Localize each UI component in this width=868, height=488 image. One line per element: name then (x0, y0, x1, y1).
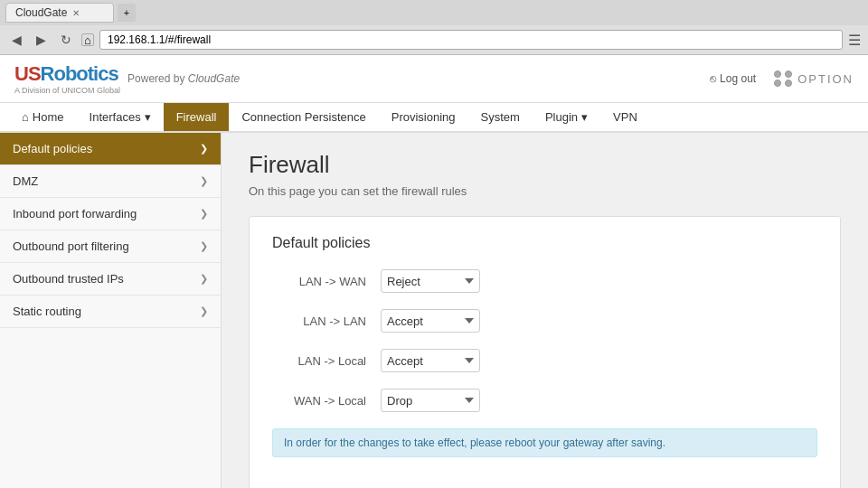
powered-by-text: Powered by CloudGate (127, 72, 240, 85)
nav-provisioning-label: Provisioning (392, 110, 456, 124)
refresh-button[interactable]: ↻ (56, 31, 76, 49)
logo-area: USRobotics A Division of UNICOM Global (14, 62, 120, 95)
sidebar-arrow-2: ❯ (200, 208, 208, 220)
browser-titlebar: CloudGate ✕ + (0, 0, 868, 25)
browser-tab[interactable]: CloudGate ✕ (5, 3, 114, 23)
sidebar-static-routing-label: Static routing (13, 305, 81, 318)
tab-close-icon[interactable]: ✕ (72, 8, 80, 18)
label-wan-local: WAN -> Local (272, 394, 381, 408)
nav-interfaces-label: Interfaces (90, 110, 141, 124)
form-row-lan-wan: LAN -> WAN Accept Reject Drop (272, 269, 817, 293)
main-area: Default policies ❯ DMZ ❯ Inbound port fo… (0, 133, 868, 488)
dot-3 (774, 80, 781, 87)
form-row-lan-lan: LAN -> LAN Accept Reject Drop (272, 309, 817, 333)
sidebar-outbound-filtering-label: Outbound port filtering (13, 239, 129, 253)
sidebar-item-default-policies[interactable]: Default policies ❯ (0, 133, 221, 165)
logout-icon: ⎋ (710, 72, 716, 85)
sidebar-arrow-3: ❯ (200, 240, 208, 252)
option-label: OPTION (797, 72, 854, 86)
label-lan-lan: LAN -> LAN (272, 314, 381, 328)
info-message: In order for the changes to take effect,… (272, 428, 817, 457)
sidebar-default-policies-label: Default policies (13, 142, 92, 155)
address-bar[interactable] (99, 30, 843, 50)
home-nav-icon[interactable]: ⌂ (81, 33, 94, 46)
home-icon: ⌂ (22, 110, 29, 124)
tab-title: CloudGate (15, 6, 67, 19)
option-dots (774, 70, 792, 87)
form-row-wan-local: WAN -> Local Accept Reject Drop (272, 389, 817, 412)
new-tab-button[interactable]: + (118, 4, 136, 22)
sidebar-dmz-label: DMZ (13, 174, 38, 188)
select-lan-wan[interactable]: Accept Reject Drop (381, 269, 480, 293)
sidebar-arrow-5: ❯ (200, 305, 208, 317)
nav-item-connection-persistence[interactable]: Connection Persistence (229, 103, 378, 131)
nav-item-firewall[interactable]: Firewall (164, 103, 230, 131)
label-lan-local: LAN -> Local (272, 354, 381, 368)
dot-1 (774, 70, 781, 78)
logo-text: USRobotics (14, 62, 120, 86)
menu-button[interactable]: ☰ (848, 32, 861, 49)
sidebar-arrow-0: ❯ (200, 143, 208, 155)
nav-item-provisioning[interactable]: Provisioning (379, 103, 468, 131)
label-lan-wan: LAN -> WAN (272, 275, 381, 288)
forward-button[interactable]: ▶ (32, 31, 51, 49)
select-lan-lan[interactable]: Accept Reject Drop (381, 309, 480, 333)
nav-item-interfaces[interactable]: Interfaces ▾ (77, 103, 164, 131)
nav-item-system[interactable]: System (468, 103, 533, 131)
dot-4 (785, 80, 792, 87)
panel-title-default-policies: Default policies (272, 235, 817, 251)
sidebar-arrow-1: ❯ (200, 175, 208, 187)
option-area: OPTION (774, 70, 854, 87)
sidebar-item-outbound-port-filtering[interactable]: Outbound port filtering ❯ (0, 230, 221, 263)
sidebar-inbound-label: Inbound port forwarding (13, 207, 137, 221)
browser-nav-bar: ◀ ▶ ↻ ⌂ ☰ (0, 25, 868, 54)
sidebar-item-dmz[interactable]: DMZ ❯ (0, 165, 221, 198)
dot-2 (785, 70, 792, 78)
page-wrapper: USRobotics A Division of UNICOM Global P… (0, 55, 868, 488)
page-subtitle: On this page you can set the firewall ru… (249, 184, 841, 198)
sidebar-item-outbound-trusted-ips[interactable]: Outbound trusted IPs ❯ (0, 263, 221, 296)
nav-vpn-label: VPN (613, 110, 637, 124)
nav-plugin-label: Plugin (545, 110, 578, 124)
back-button[interactable]: ◀ (7, 31, 26, 49)
nav-item-plugin[interactable]: Plugin ▾ (533, 103, 600, 131)
sidebar-item-static-routing[interactable]: Static routing ❯ (0, 296, 221, 328)
logout-label: Log out (720, 72, 756, 85)
sidebar-arrow-4: ❯ (200, 273, 208, 285)
sidebar: Default policies ❯ DMZ ❯ Inbound port fo… (0, 133, 222, 488)
nav-system-label: System (481, 110, 520, 124)
form-row-lan-local: LAN -> Local Accept Reject Drop (272, 349, 817, 372)
nav-home-label: Home (33, 110, 64, 124)
interfaces-dropdown-icon: ▾ (145, 110, 151, 124)
nav-bar: ⌂ Home Interfaces ▾ Firewall Connection … (0, 103, 868, 133)
nav-item-home[interactable]: ⌂ Home (9, 103, 77, 131)
nav-item-vpn[interactable]: VPN (600, 103, 650, 131)
plugin-dropdown-icon: ▾ (581, 110, 588, 124)
sidebar-trusted-ips-label: Outbound trusted IPs (13, 272, 124, 286)
top-header: USRobotics A Division of UNICOM Global P… (0, 55, 868, 103)
page-title: Firewall (249, 151, 841, 179)
logo-sub: A Division of UNICOM Global (14, 86, 120, 95)
sidebar-item-inbound-port-forwarding[interactable]: Inbound port forwarding ❯ (0, 198, 221, 230)
logout-button[interactable]: ⎋ Log out (710, 72, 756, 85)
nav-connection-label: Connection Persistence (241, 110, 365, 124)
select-lan-local[interactable]: Accept Reject Drop (381, 349, 480, 372)
default-policies-panel: Default policies LAN -> WAN Accept Rejec… (249, 216, 841, 488)
content: Firewall On this page you can set the fi… (222, 133, 868, 488)
select-wan-local[interactable]: Accept Reject Drop (381, 389, 480, 412)
browser-chrome: CloudGate ✕ + ◀ ▶ ↻ ⌂ ☰ (0, 0, 868, 55)
nav-firewall-label: Firewall (176, 110, 217, 124)
header-right: ⎋ Log out OPTION (710, 70, 854, 87)
